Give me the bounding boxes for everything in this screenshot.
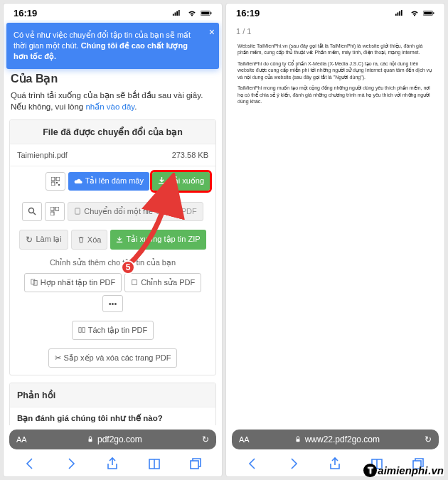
file-row: Taimienphi.pdf 273.58 KB bbox=[10, 144, 215, 166]
qr-button-2[interactable] bbox=[45, 202, 65, 221]
status-bar-right: 16:19 bbox=[226, 4, 444, 20]
reload-button-right[interactable]: ↻ bbox=[425, 434, 432, 444]
click-here-link[interactable]: nhấn vào đây bbox=[85, 102, 134, 111]
split-pdf-button[interactable]: Tách tập tin PDF bbox=[72, 321, 154, 340]
doc-p3: TaiMienPhi mong muốn tạo một cộng đồng n… bbox=[238, 85, 433, 105]
url-text-right: www22.pdf2go.com bbox=[305, 434, 380, 444]
edit-pdf-label: Chỉnh sửa PDF bbox=[141, 278, 195, 287]
feedback-question: Bạn đánh giá chúng tôi như thế nào? bbox=[10, 407, 215, 425]
safari-nav bbox=[4, 454, 222, 476]
left-content: × Có vẻ như việc chuyển đổi tập tin của … bbox=[4, 20, 222, 425]
search-button[interactable] bbox=[22, 202, 42, 221]
svg-rect-20 bbox=[191, 461, 198, 469]
qr-button[interactable] bbox=[46, 172, 65, 191]
back-button[interactable] bbox=[23, 457, 37, 471]
file-name: Taimienphi.pdf bbox=[17, 151, 68, 159]
svg-rect-23 bbox=[433, 12, 434, 14]
more-edit-title: Chỉnh sửa thêm cho tập tin của bạn bbox=[10, 254, 215, 269]
status-bar: 16:19 bbox=[4, 4, 222, 20]
status-time-right: 16:19 bbox=[236, 8, 260, 18]
svg-rect-2 bbox=[210, 12, 211, 14]
svg-line-9 bbox=[33, 213, 36, 215]
aa-button[interactable]: AA bbox=[16, 435, 27, 444]
svg-rect-18 bbox=[82, 328, 85, 333]
svg-rect-6 bbox=[56, 182, 58, 183]
info-banner: × Có vẻ như việc chuyển đổi tập tin của … bbox=[6, 23, 219, 69]
forward-button[interactable] bbox=[287, 457, 301, 471]
cloud-upload-label: Tải lên đám mây bbox=[85, 176, 144, 186]
safari-chrome: AA pdf2go.com ↻ bbox=[4, 425, 222, 476]
svg-rect-17 bbox=[79, 328, 81, 333]
svg-rect-5 bbox=[51, 182, 55, 186]
tabs-button[interactable] bbox=[188, 457, 203, 471]
svg-rect-4 bbox=[56, 177, 60, 181]
svg-rect-11 bbox=[55, 207, 59, 210]
svg-rect-22 bbox=[424, 12, 432, 15]
delete-button[interactable]: Xóa bbox=[71, 230, 108, 250]
url-text: pdf2go.com bbox=[97, 434, 142, 444]
file-size: 273.58 KB bbox=[172, 151, 208, 159]
svg-rect-14 bbox=[31, 279, 35, 284]
close-icon[interactable]: × bbox=[209, 26, 215, 39]
lock-icon bbox=[87, 436, 94, 443]
pdf-document: Website TaiMienPhi.vn (sau đây gọi tắt l… bbox=[226, 38, 444, 114]
cloud-upload-button[interactable]: Tải lên đám mây bbox=[68, 172, 149, 191]
svg-rect-12 bbox=[50, 212, 54, 215]
share-button[interactable] bbox=[328, 457, 342, 471]
right-content: 1 / 1 Website TaiMienPhi.vn (sau đây gọi… bbox=[226, 20, 444, 425]
card-title: File đã được chuyển đổi của bạn bbox=[10, 120, 215, 144]
sort-delete-button[interactable]: ✂ Sắp xếp và xóa các trang PDF bbox=[48, 348, 178, 368]
back-button[interactable] bbox=[245, 457, 260, 471]
right-phone: 16:19 1 / 1 Website TaiMienPhi.vn (sau đ… bbox=[225, 3, 445, 477]
status-icons bbox=[172, 9, 212, 17]
feedback-card: Phản hồi Bạn đánh giá chúng tôi như thế … bbox=[9, 383, 216, 425]
svg-rect-3 bbox=[51, 177, 55, 181]
convert-again-label: Chuyển đổi một file bbox=[84, 207, 153, 216]
edit-pdf-button[interactable]: Chỉnh sửa PDF bbox=[124, 273, 201, 292]
step-badge-5: 5 bbox=[121, 260, 135, 274]
download-zip-button[interactable]: Tải xuống tập tin ZIP bbox=[110, 230, 206, 250]
convert-again-button[interactable]: Chuyển đổi một file c sang PDF bbox=[68, 202, 203, 221]
aa-button-right[interactable]: AA bbox=[239, 435, 250, 444]
page-paragraph: Quá trình tải xuống của bạn sẽ bắt đầu s… bbox=[11, 90, 215, 112]
doc-p1: Website TaiMienPhi.vn (sau đây gọi tắt l… bbox=[238, 43, 433, 56]
svg-rect-13 bbox=[75, 208, 80, 214]
sort-delete-label: Sắp xếp và xóa các trang PDF bbox=[64, 353, 171, 363]
delete-label: Xóa bbox=[87, 235, 102, 244]
more-button[interactable]: ••• bbox=[102, 295, 124, 312]
svg-rect-10 bbox=[50, 207, 54, 210]
svg-rect-1 bbox=[201, 12, 209, 15]
svg-rect-15 bbox=[33, 281, 37, 286]
bookmarks-button[interactable] bbox=[147, 457, 161, 471]
address-bar-right[interactable]: AA www22.pdf2go.com ↻ bbox=[232, 430, 439, 449]
download-button[interactable]: Tải xuống bbox=[152, 172, 210, 191]
lock-icon bbox=[294, 436, 302, 443]
svg-rect-19 bbox=[88, 439, 92, 442]
svg-point-8 bbox=[29, 208, 34, 213]
split-pdf-label: Tách tập tin PDF bbox=[88, 326, 147, 335]
left-phone: 16:19 × Có vẻ như việc chuyển đổi tập ti… bbox=[3, 3, 223, 477]
merge-pdf-label: Hợp nhất tập tin PDF bbox=[41, 278, 115, 287]
converted-file-card: File đã được chuyển đổi của bạn Taimienp… bbox=[9, 119, 216, 375]
download-label: Tải xuống bbox=[169, 176, 204, 186]
redo-label: Làm lại bbox=[36, 235, 61, 244]
doc-p2: TaiMienPhi do công ty Cổ phần X-Media (X… bbox=[238, 60, 433, 80]
watermark: Taimienphi.vn bbox=[363, 464, 444, 477]
page-heading: Của Bạn bbox=[11, 72, 215, 85]
status-time: 16:19 bbox=[14, 8, 37, 18]
merge-pdf-button[interactable]: Hợp nhất tập tin PDF bbox=[24, 273, 122, 292]
svg-rect-7 bbox=[58, 184, 60, 186]
share-button[interactable] bbox=[105, 457, 119, 471]
forward-button[interactable] bbox=[64, 457, 78, 471]
redo-button[interactable]: ↻ Làm lại bbox=[19, 230, 68, 250]
page-indicator: 1 / 1 bbox=[226, 20, 444, 38]
reload-button[interactable]: ↻ bbox=[202, 434, 209, 444]
svg-rect-24 bbox=[296, 439, 299, 442]
status-icons-right bbox=[395, 9, 434, 17]
svg-rect-16 bbox=[132, 280, 137, 285]
download-zip-label: Tải xuống tập tin ZIP bbox=[126, 235, 200, 244]
feedback-title: Phản hồi bbox=[10, 383, 215, 407]
address-bar[interactable]: AA pdf2go.com ↻ bbox=[9, 430, 216, 449]
